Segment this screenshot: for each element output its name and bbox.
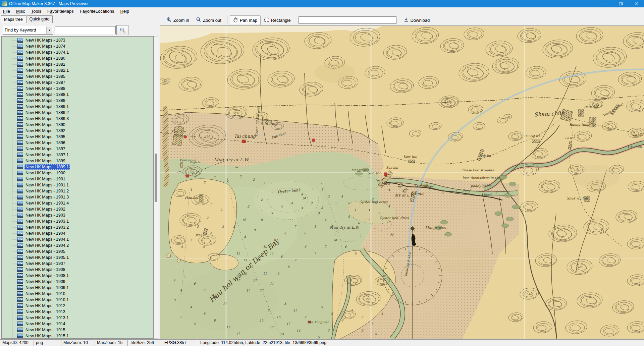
- tree-item-label: New HK Maps - 1896: [24, 140, 66, 146]
- tree-item[interactable]: New HK Maps - 1909.1: [2, 285, 153, 291]
- tree-item[interactable]: New HK Maps - 1900: [2, 170, 153, 176]
- pan-hand-icon: [233, 17, 238, 23]
- tree-item[interactable]: New HK Maps - 1895: [2, 134, 153, 140]
- zoom-in-button[interactable]: Zoom in: [163, 15, 193, 25]
- chevron-down-icon[interactable]: ▼: [46, 26, 52, 34]
- search-input[interactable]: [55, 26, 116, 34]
- tree-item[interactable]: New HK Maps - 1901.4: [2, 200, 153, 206]
- tree-item[interactable]: New HK Maps - 1890: [2, 122, 153, 128]
- tab-quick-goto[interactable]: Quick goto: [26, 15, 53, 23]
- tree-item[interactable]: New HK Maps - 1914: [2, 321, 153, 327]
- tree-item[interactable]: New HK Maps - 1913.1: [2, 315, 153, 321]
- tree-item[interactable]: New HK Maps - 1912: [2, 303, 153, 309]
- tree-item[interactable]: New HK Maps - 1901: [2, 176, 153, 182]
- tree-item[interactable]: New HK Maps - 1889.2: [2, 110, 153, 116]
- minimize-button[interactable]: [598, 0, 613, 7]
- tree-item[interactable]: New HK Maps - 1907: [2, 261, 153, 267]
- maximize-button[interactable]: [613, 0, 629, 7]
- tree-item[interactable]: New HK Maps - 1901.3: [2, 194, 153, 200]
- tree-item[interactable]: New HK Maps - 1910: [2, 291, 153, 297]
- tree-item[interactable]: New HK Maps - 1892: [2, 128, 153, 134]
- map-label: Shing: [174, 134, 182, 137]
- map-image-icon: [17, 68, 23, 73]
- tree-item[interactable]: New HK Maps - 1887: [2, 79, 153, 85]
- tree-item[interactable]: New HK Maps - 1904: [2, 230, 153, 236]
- tree-item-label: New HK Maps - 1899: [24, 158, 66, 164]
- tree-item[interactable]: New HK Maps - 1882.1: [2, 67, 153, 73]
- tree-item[interactable]: New HK Maps - 1915.1: [2, 333, 153, 339]
- rectangle-button[interactable]: Rectangle: [261, 16, 294, 25]
- tree-item[interactable]: New HK Maps - 1909: [2, 279, 153, 285]
- tree-item[interactable]: New HK Maps - 1896: [2, 140, 153, 146]
- map-label: Mud dry at L.W.: [329, 225, 360, 230]
- tree-item[interactable]: New HK Maps - 1901.1: [2, 182, 153, 188]
- close-button[interactable]: [629, 0, 644, 7]
- tree-scrollbar-thumb[interactable]: [155, 154, 157, 202]
- find-mode-dropdown[interactable]: Find by Keyword ▼: [3, 26, 53, 35]
- tree-item[interactable]: New HK Maps - 1908.1: [2, 273, 153, 279]
- tree-item[interactable]: New HK Maps - 1904.2: [2, 242, 153, 248]
- tree-item[interactable]: New HK Maps - 1882: [2, 61, 153, 67]
- window-title: Offline Map Maker 8.367 - Maps Previewer: [9, 1, 89, 6]
- menu-file[interactable]: File: [0, 8, 13, 14]
- tree-item[interactable]: New HK Maps - 1888.1: [2, 92, 153, 98]
- tree-item[interactable]: New HK Maps - 1913: [2, 309, 153, 315]
- pan-map-button[interactable]: Pan map: [230, 15, 261, 25]
- tree-item[interactable]: New HK Maps - 1910.1: [2, 297, 153, 303]
- tree-item[interactable]: New HK Maps - 1903.2: [2, 224, 153, 230]
- tree-item[interactable]: New HK Maps - 1874.1: [2, 49, 153, 55]
- tree-item[interactable]: New HK Maps - 1905: [2, 248, 153, 254]
- tree-item[interactable]: New HK Maps - 1888: [2, 85, 153, 92]
- svg-text:50: 50: [163, 80, 167, 83]
- svg-text:375: 375: [446, 101, 451, 104]
- tree-item[interactable]: New HK Maps - 1885: [2, 73, 153, 79]
- tree-item[interactable]: New HK Maps - 1901.2: [2, 188, 153, 194]
- tree-item-label: New HK Maps - 1908: [24, 267, 66, 272]
- tree-item[interactable]: New HK Maps - 1915: [2, 327, 153, 333]
- tree-item[interactable]: New HK Maps - 1880: [2, 55, 153, 61]
- tree-item[interactable]: New HK Maps - 1902: [2, 206, 153, 212]
- tree-item[interactable]: New HK Maps - 1899: [2, 158, 153, 164]
- menu-favoritelocations[interactable]: FavoriteLocations: [77, 8, 117, 14]
- svg-text:11: 11: [293, 308, 297, 312]
- zoom-out-button[interactable]: Zoom out: [193, 15, 225, 25]
- svg-text:4: 4: [301, 206, 303, 210]
- zoom-in-icon: [166, 17, 172, 23]
- download-range-input[interactable]: [299, 16, 396, 24]
- map-label: Sun tong: [261, 122, 278, 126]
- maps-tree[interactable]: New HK Maps - 1873New HK Maps - 1874New …: [1, 36, 154, 339]
- tree-item[interactable]: New HK Maps - 1904.1: [2, 236, 153, 242]
- tree-item[interactable]: New HK Maps - 1873: [2, 37, 153, 43]
- tree-item[interactable]: New HK Maps - 1889.1: [2, 104, 153, 110]
- tree-item[interactable]: New HK Maps - 1889.3: [2, 116, 153, 122]
- map-toolbar: Zoom inZoom outPan mapRectangleDownload: [160, 15, 644, 25]
- tree-item[interactable]: New HK Maps - 1889: [2, 98, 153, 104]
- menu-tools[interactable]: Tools: [28, 8, 44, 14]
- historic-map-1899[interactable]: 375262230120100546516272705050 222222312…: [160, 26, 644, 339]
- title-bar[interactable]: Offline Map Maker 8.367 - Maps Previewer: [0, 0, 644, 7]
- map-image-icon: [17, 189, 23, 193]
- map-label: dry at L.W.: [394, 193, 415, 197]
- tree-item-label: New HK Maps - 1890: [24, 122, 66, 127]
- search-button[interactable]: [116, 25, 128, 35]
- menu-misc[interactable]: Misc: [13, 8, 28, 14]
- tab-maps-tree[interactable]: Maps tree: [1, 15, 26, 23]
- tree-item[interactable]: New HK Maps - 1874: [2, 43, 153, 49]
- tree-item-label: New HK Maps - 1901.3: [24, 194, 70, 200]
- tree-item[interactable]: New HK Maps - 1899.1: [2, 164, 153, 170]
- menu-favoritemaps[interactable]: FavoriteMaps: [44, 8, 77, 14]
- tree-item-label: New HK Maps - 1904.1: [24, 237, 70, 242]
- tree-item[interactable]: New HK Maps - 1897.1: [2, 152, 153, 158]
- tree-item[interactable]: New HK Maps - 1903: [2, 212, 153, 218]
- map-label: Hau hoi: [185, 196, 199, 199]
- tree-item[interactable]: New HK Maps - 1905.1: [2, 254, 153, 261]
- tree-item[interactable]: New HK Maps - 1897: [2, 146, 153, 152]
- menu-help[interactable]: Help: [117, 8, 132, 14]
- tree-item-label: New HK Maps - 1892: [24, 128, 66, 133]
- tree-scrollbar[interactable]: [154, 36, 158, 339]
- tree-item[interactable]: New HK Maps - 1903.1: [2, 218, 153, 224]
- download-button[interactable]: Download: [400, 15, 433, 25]
- svg-text:4: 4: [388, 188, 390, 191]
- tree-item[interactable]: New HK Maps - 1908: [2, 267, 153, 273]
- map-viewport[interactable]: 375262230120100546516272705050 222222312…: [160, 25, 644, 339]
